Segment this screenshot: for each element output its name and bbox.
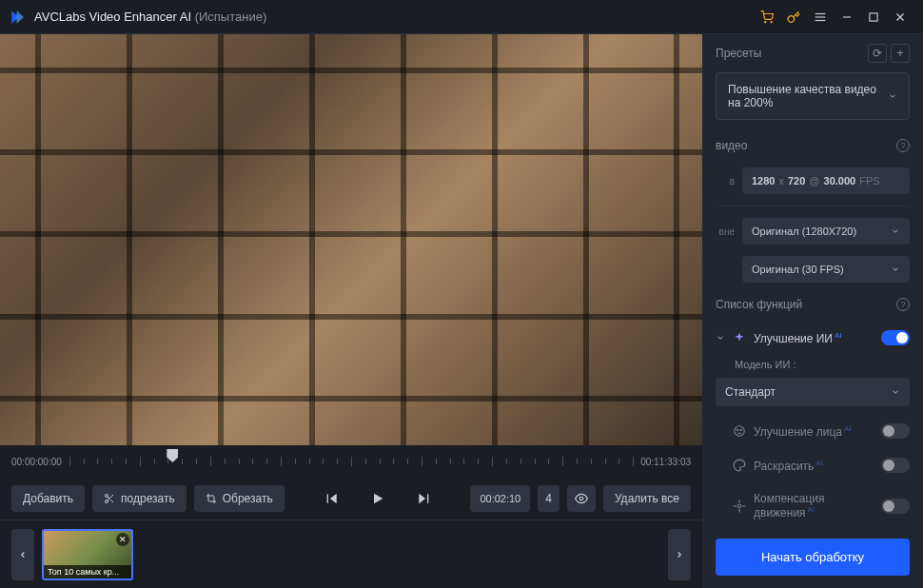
svg-point-20 [735, 426, 745, 437]
chevron-down-icon [888, 91, 897, 101]
svg-point-22 [740, 429, 741, 430]
svg-rect-6 [870, 12, 877, 20]
timeline[interactable]: 00:00:00:00 00:11:33:03 [0, 445, 702, 478]
enhance-ai-toggle[interactable] [881, 330, 910, 345]
svg-line-13 [108, 497, 109, 499]
menu-icon[interactable] [807, 4, 834, 30]
app-logo-icon [10, 9, 27, 26]
play-button[interactable] [366, 487, 389, 510]
thumbnails-row: ✕ Топ 10 самых кр... [0, 519, 702, 588]
app-title: AVCLabs Video Enhancer AI (Испытание) [34, 10, 266, 24]
titlebar: AVCLabs Video Enhancer AI (Испытание) [0, 0, 923, 34]
thumbs-prev-button[interactable] [11, 529, 34, 580]
svg-point-9 [106, 495, 108, 498]
close-icon[interactable] [887, 4, 913, 30]
chevron-down-icon [891, 265, 900, 274]
functions-header: Список функций ? [702, 288, 923, 321]
timeline-end-time: 00:11:33:03 [640, 457, 691, 467]
help-icon[interactable]: ? [896, 298, 910, 311]
svg-point-1 [771, 21, 772, 22]
maximize-icon[interactable] [860, 4, 887, 30]
output-label: вне [716, 226, 735, 237]
preset-refresh-icon[interactable]: ⟳ [868, 44, 887, 63]
video-header: видео ? [702, 129, 923, 162]
video-thumbnail[interactable]: ✕ Топ 10 самых кр... [42, 529, 133, 580]
main-area: 00:00:00:00 00:11:33:03 Добавить подреза… [0, 34, 702, 588]
minimize-icon[interactable] [834, 4, 860, 30]
svg-point-21 [737, 429, 738, 430]
key-icon[interactable] [780, 4, 807, 30]
motion-comp-toggle[interactable] [881, 499, 910, 514]
input-label: в [716, 176, 735, 186]
start-processing-button[interactable]: Начать обработку [716, 539, 910, 576]
current-time-display[interactable]: 00:02:10 [470, 485, 530, 512]
input-resolution-display: 1280x720 @ 30.000FPS [742, 167, 910, 194]
chevron-down-icon [891, 226, 900, 236]
trim-button[interactable]: подрезать [92, 485, 187, 512]
video-preview[interactable] [0, 34, 702, 445]
motion-comp-row: Компенсация движенияAI [702, 482, 923, 529]
timeline-start-time: 00:00:00:00 [11, 457, 62, 467]
face-enhance-toggle[interactable] [881, 423, 910, 439]
face-icon [733, 424, 746, 438]
preview-overlay [0, 34, 702, 445]
enhance-ai-row: Улучшение ИИAI [702, 321, 923, 355]
preview-mode-button[interactable] [567, 485, 596, 512]
cart-icon[interactable] [754, 4, 780, 30]
presets-header: Пресеты ⟳ + [702, 34, 923, 72]
svg-point-23 [737, 504, 741, 508]
motion-comp-label: Компенсация движенияAI [754, 492, 874, 519]
speed-selector[interactable]: 4 [538, 485, 560, 512]
thumbs-next-button[interactable] [668, 529, 691, 580]
delete-all-button[interactable]: Удалить все [603, 485, 691, 512]
colorize-label: РаскраситьAI [754, 459, 874, 473]
palette-icon [733, 459, 746, 472]
face-enhance-row: Улучшение лицаAI [702, 414, 923, 448]
svg-point-19 [579, 497, 583, 500]
preset-select[interactable]: Повышение качества видео на 200% [716, 72, 910, 120]
thumbnail-label: Топ 10 самых кр... [44, 565, 131, 578]
crop-button[interactable]: Обрезать [194, 485, 285, 512]
prev-frame-button[interactable] [321, 487, 344, 510]
next-frame-button[interactable] [412, 487, 435, 510]
add-button[interactable]: Добавить [11, 485, 85, 512]
sparkle-icon [733, 331, 746, 344]
chevron-down-icon [891, 387, 900, 397]
output-resolution-select[interactable]: Оригинал (1280X720) [742, 218, 910, 245]
preset-add-icon[interactable]: + [891, 44, 910, 63]
svg-line-12 [110, 500, 113, 502]
svg-marker-14 [330, 494, 337, 504]
model-select[interactable]: Стандарт [716, 378, 910, 406]
colorize-row: РаскраситьAI [702, 448, 923, 482]
output-fps-select[interactable]: Оригинал (30 FPS) [742, 256, 910, 283]
controls-bar: Добавить подрезать Обрезать 00:02:10 4 У… [0, 478, 702, 519]
chevron-down-icon[interactable] [716, 333, 725, 343]
help-icon[interactable]: ? [896, 139, 910, 152]
svg-point-10 [106, 500, 108, 503]
svg-point-0 [765, 21, 766, 22]
enhance-ai-label: Улучшение ИИAI [754, 331, 874, 345]
colorize-toggle[interactable] [881, 458, 910, 473]
svg-marker-16 [374, 494, 383, 504]
face-enhance-label: Улучшение лицаAI [754, 424, 874, 439]
side-panel: Пресеты ⟳ + Повышение качества видео на … [702, 34, 923, 588]
timeline-track[interactable] [69, 453, 633, 470]
thumbnail-close-icon[interactable]: ✕ [116, 533, 129, 546]
motion-icon [733, 500, 746, 513]
svg-marker-17 [419, 494, 425, 504]
model-label: Модель ИИ : [702, 355, 923, 374]
